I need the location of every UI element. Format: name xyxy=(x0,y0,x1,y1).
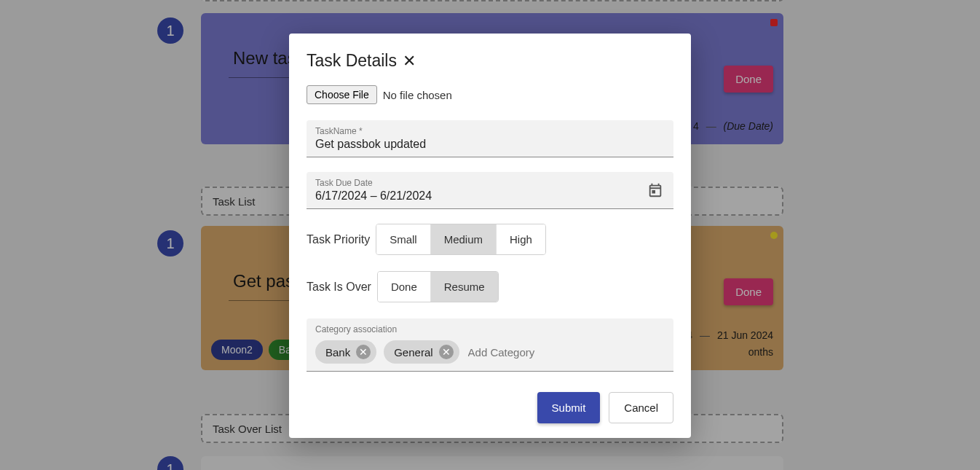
submit-button[interactable]: Submit xyxy=(537,392,601,423)
category-chip-bank[interactable]: Bank ✕ xyxy=(315,340,376,364)
modal-title: Task Details xyxy=(307,51,397,71)
category-chip-list: Bank ✕ General ✕ xyxy=(315,340,665,364)
isover-label: Task Is Over xyxy=(307,281,371,294)
priority-label: Task Priority xyxy=(307,233,370,246)
file-upload-row: Choose File No file chosen xyxy=(307,85,673,104)
modal-header: Task Details ✕ xyxy=(307,51,673,71)
priority-small-button[interactable]: Small xyxy=(376,224,431,254)
category-field[interactable]: Category association Bank ✕ General ✕ xyxy=(307,318,673,372)
category-label: Category association xyxy=(315,324,665,334)
priority-row: Task Priority Small Medium High xyxy=(307,224,673,255)
isover-done-button[interactable]: Done xyxy=(378,272,431,302)
category-add-input[interactable] xyxy=(467,343,608,361)
duedate-field[interactable]: Task Due Date 6/17/2024 – 6/21/2024 xyxy=(307,172,673,209)
isover-row: Task Is Over Done Resume xyxy=(307,271,673,302)
task-details-modal: Task Details ✕ Choose File No file chose… xyxy=(289,34,691,438)
taskname-input[interactable]: Get passbok updated xyxy=(315,138,426,150)
priority-medium-button[interactable]: Medium xyxy=(431,224,497,254)
priority-high-button[interactable]: High xyxy=(497,224,545,254)
duedate-input[interactable]: 6/17/2024 – 6/21/2024 xyxy=(315,189,432,202)
isover-toggle-group: Done Resume xyxy=(377,271,499,302)
isover-resume-button[interactable]: Resume xyxy=(431,272,498,302)
category-chip-general-label: General xyxy=(394,346,432,359)
duedate-label: Task Due Date xyxy=(315,178,665,188)
modal-actions: Submit Cancel xyxy=(307,392,673,423)
taskname-field[interactable]: TaskName * Get passbok updated xyxy=(307,120,673,157)
choose-file-button[interactable]: Choose File xyxy=(307,85,377,104)
cancel-button[interactable]: Cancel xyxy=(609,392,673,423)
category-chip-bank-label: Bank xyxy=(325,346,350,359)
remove-chip-icon[interactable]: ✕ xyxy=(439,345,454,359)
taskname-label: TaskName * xyxy=(315,126,665,136)
priority-toggle-group: Small Medium High xyxy=(376,224,546,255)
file-status-text: No file chosen xyxy=(383,89,452,101)
close-icon[interactable]: ✕ xyxy=(403,53,416,69)
remove-chip-icon[interactable]: ✕ xyxy=(356,345,371,359)
calendar-icon[interactable] xyxy=(647,182,663,198)
category-chip-general[interactable]: General ✕ xyxy=(384,340,459,364)
